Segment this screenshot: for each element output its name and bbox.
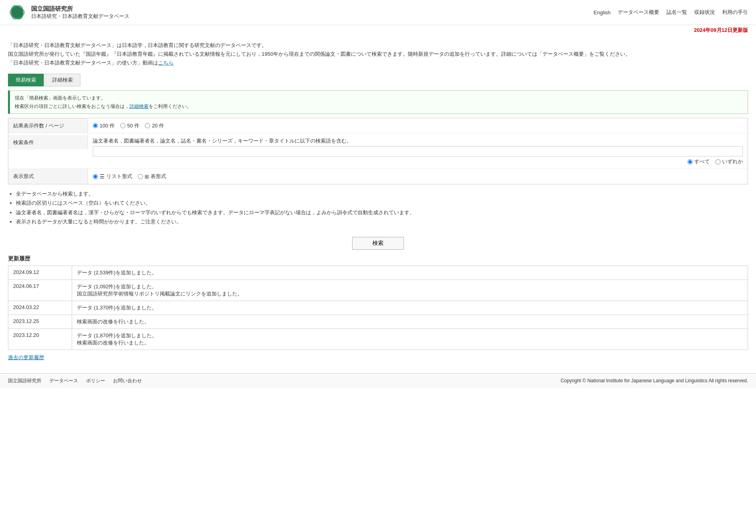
radio-list-label[interactable]: ☰ リスト形式	[93, 173, 132, 180]
table-row: 2024.09.12データ (2,539件)を追加しました。	[8, 266, 748, 280]
info-box: 現在「簡易検索」画面を表示しています。 検索区分の項目ごとに詳しい検索をおこなう…	[8, 90, 748, 114]
search-tabs: 簡易検索 詳細検索	[0, 71, 756, 86]
update-date: 2023.12.20	[8, 329, 72, 350]
display-format-options: ☰ リスト形式 ⊞ 表形式	[88, 170, 748, 182]
display-format-label: 表示形式	[8, 169, 88, 184]
search-condition-label: 検索条件	[8, 135, 88, 149]
footer-copyright: Copyright © National Institute for Japan…	[561, 378, 748, 383]
radio-table-text: 表形式	[151, 173, 166, 180]
nav-manual[interactable]: 利用の手引	[722, 9, 748, 16]
update-history-section: 更新履歴 2024.09.12データ (2,539件)を追加しました。2024.…	[8, 255, 748, 350]
past-history-link[interactable]: 過去の更新履歴	[8, 354, 44, 360]
display-format-row: 表示形式 ☰ リスト形式 ⊞ 表形式	[8, 169, 748, 184]
table-row: 2023.12.20データ (1,870件)を追加しました。検索画面の改修を行い…	[8, 329, 748, 350]
table-icon: ⊞	[145, 174, 149, 180]
radio-50-text: 50 件	[127, 122, 139, 129]
radio-any[interactable]	[715, 159, 721, 164]
radio-20[interactable]	[145, 123, 150, 128]
results-per-page-row: 結果表示件数 / ページ 100 件 50 件 20 件	[8, 118, 748, 133]
info-detailed-search-link[interactable]: 詳細検索	[129, 104, 149, 109]
radio-100-label[interactable]: 100 件	[93, 122, 115, 129]
radio-20-text: 20 件	[152, 122, 164, 129]
nav-db-overview[interactable]: データベース概要	[618, 9, 659, 16]
bullet-item: 表示されるデータが大量になると時間がかかります。ご注意ください。	[16, 217, 748, 226]
results-per-page-options: 100 件 50 件 20 件	[88, 120, 748, 132]
update-content: データ (1,870件)を追加しました。検索画面の改修を行いました。	[72, 329, 748, 350]
search-button[interactable]: 検索	[352, 237, 404, 250]
info-bullets: 全データベースから検索します。検索語の区切りにはスペース（空白）をいれてください…	[8, 189, 748, 227]
header-left: 国立国語研究所 日本語研究・日本語教育文献データベース	[8, 3, 129, 22]
radio-50[interactable]	[120, 123, 125, 128]
condition-description: 論文著者名，図書編著者名，論文名，誌名・書名・シリーズ，キーワード・章タイトルに…	[93, 137, 743, 145]
radio-list-text: リスト形式	[106, 173, 132, 180]
search-btn-row: 検索	[0, 231, 756, 255]
radio-20-label[interactable]: 20 件	[145, 122, 164, 129]
radio-all-text: すべて	[694, 158, 710, 165]
radio-all-label[interactable]: すべて	[687, 158, 710, 165]
site-subtitle: 日本語研究・日本語教育文献データベース	[31, 13, 129, 20]
update-table-body: 2024.09.12データ (2,539件)を追加しました。2024.06.17…	[8, 266, 748, 350]
all-any-row: すべて いずれか	[93, 156, 743, 166]
org-name: 国立国語研究所	[31, 5, 129, 13]
update-date: 2024.09.12	[8, 266, 72, 280]
header-title-block: 国立国語研究所 日本語研究・日本語教育文献データベース	[31, 5, 129, 20]
footer-link[interactable]: データベース	[49, 377, 78, 384]
footer-link[interactable]: 国立国語研究所	[8, 377, 41, 384]
results-radio-group: 100 件 50 件 20 件	[93, 122, 164, 129]
update-content: データ (2,539件)を追加しました。	[72, 266, 748, 280]
format-radio-group: ☰ リスト形式 ⊞ 表形式	[93, 173, 166, 180]
nav-english[interactable]: English	[593, 10, 611, 16]
logo-icon	[8, 3, 26, 22]
update-date: 2024.06.17	[8, 280, 72, 301]
radio-table-label[interactable]: ⊞ 表形式	[138, 173, 166, 180]
radio-all[interactable]	[687, 159, 693, 164]
info-line2: 検索区分の項目ごとに詳しい検索をおこなう場合は，詳細検索をご利用ください。	[15, 102, 743, 110]
info-line1: 現在「簡易検索」画面を表示しています。	[15, 94, 743, 102]
nav-holdings[interactable]: 収録状況	[694, 9, 715, 16]
intro-section: 「日本語研究・日本語教育文献データベース」は日本語学，日本語教育に関する研究文献…	[0, 35, 756, 71]
bullet-item: 論文著者名，図書編著者名は，漢字・ひらがな・ローマ字のいずれからでも検索できます…	[16, 208, 748, 217]
update-content: 検索画面の改修を行いました。	[72, 315, 748, 329]
radio-100-text: 100 件	[100, 122, 115, 129]
results-per-page-label: 結果表示件数 / ページ	[8, 118, 88, 133]
radio-table[interactable]	[138, 174, 143, 179]
condition-inner: 論文著者名，図書編著者名，論文名，誌名・書名・シリーズ，キーワード・章タイトルに…	[93, 137, 743, 166]
tab-simple-search[interactable]: 簡易検索	[8, 74, 44, 86]
header-nav: English データベース概要 誌名一覧 収録状況 利用の手引	[593, 9, 748, 16]
update-content: データ (1,370件)を追加しました。	[72, 301, 748, 315]
update-table: 2024.09.12データ (2,539件)を追加しました。2024.06.17…	[8, 266, 748, 350]
bullet-item: 検索語の区切りにはスペース（空白）をいれてください。	[16, 198, 748, 207]
search-form: 結果表示件数 / ページ 100 件 50 件 20 件 検索条件	[8, 118, 748, 184]
search-condition-row: 検索条件 論文著者名，図書編著者名，論文名，誌名・書名・シリーズ，キーワード・章…	[8, 133, 748, 169]
nav-journal-list[interactable]: 誌名一覧	[666, 9, 687, 16]
radio-100[interactable]	[93, 123, 98, 128]
footer-links: 国立国語研究所データベースポリシーお問い合わせ	[8, 377, 142, 384]
search-input[interactable]	[93, 146, 743, 156]
update-date: 2024.03.22	[8, 301, 72, 315]
radio-any-label[interactable]: いずれか	[715, 158, 743, 165]
tab-advanced-search[interactable]: 詳細検索	[45, 74, 80, 86]
footer-link[interactable]: ポリシー	[86, 377, 105, 384]
search-condition-content: 論文著者名，図書編著者名，論文名，誌名・書名・シリーズ，キーワード・章タイトルに…	[88, 135, 748, 168]
svg-point-2	[10, 7, 25, 18]
radio-50-label[interactable]: 50 件	[120, 122, 139, 129]
intro-line3: 「日本語研究・日本語教育文献データベース」の使い方」動画はこちら	[8, 59, 748, 67]
past-history-link-section: 過去の更新履歴	[8, 354, 748, 361]
table-row: 2023.12.25検索画面の改修を行いました。	[8, 315, 748, 329]
date-updated: 2024年09月12日更新版	[0, 25, 756, 35]
list-icon: ☰	[100, 173, 105, 180]
update-history-title: 更新履歴	[8, 255, 748, 262]
radio-any-text: いずれか	[722, 158, 743, 165]
info-line2-prefix: 検索区分の項目ごとに詳しい検索をおこなう場合は，	[15, 104, 129, 109]
footer: 国立国語研究所データベースポリシーお問い合わせ Copyright © Nati…	[0, 373, 756, 388]
bullet-item: 全データベースから検索します。	[16, 189, 748, 198]
intro-line3-prefix: 「日本語研究・日本語教育文献データベース」の使い方」動画は	[8, 60, 158, 66]
info-line2-suffix: をご利用ください。	[149, 104, 192, 109]
table-row: 2024.03.22データ (1,370件)を追加しました。	[8, 301, 748, 315]
intro-line3-link[interactable]: こちら	[158, 60, 174, 66]
intro-line1: 「日本語研究・日本語教育文献データベース」は日本語学，日本語教育に関する研究文献…	[8, 41, 748, 50]
header: 国立国語研究所 日本語研究・日本語教育文献データベース English データベ…	[0, 0, 756, 25]
footer-link[interactable]: お問い合わせ	[113, 377, 142, 384]
radio-list[interactable]	[93, 174, 98, 179]
update-content: データ (1,092件)を追加しました。国立国語研究所学術情報リポジトリ掲載論文…	[72, 280, 748, 301]
